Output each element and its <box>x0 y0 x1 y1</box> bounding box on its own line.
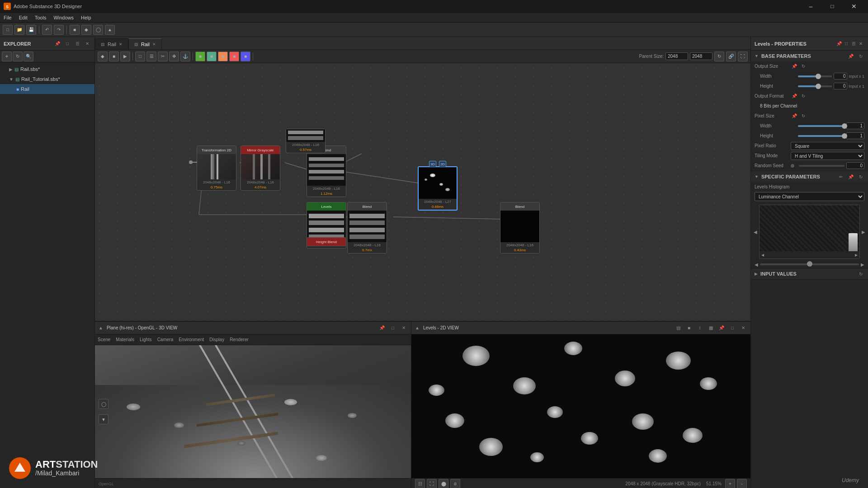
toolbar-redo[interactable]: ↷ <box>54 25 64 35</box>
specific-params-edit[interactable]: ✏ <box>837 173 844 180</box>
toolbar-open[interactable]: 📁 <box>14 25 24 35</box>
graph-tool-1[interactable]: ◆ <box>98 52 108 61</box>
node-blend-top[interactable]: Blend 2048x2048 - L16 1.12ms <box>307 145 346 197</box>
graph-tool-6[interactable]: ⚓ <box>180 52 190 61</box>
view2d-grid-btn[interactable]: ☷ <box>415 479 425 488</box>
specific-params-pin[interactable]: 📌 <box>847 173 854 180</box>
props-menu-btn[interactable]: ☰ <box>850 40 857 47</box>
view2d-close-btn[interactable]: ✕ <box>740 324 747 332</box>
explorer-menu[interactable]: ☰ <box>74 40 81 47</box>
view2d-pin-btn[interactable]: 📌 <box>718 324 725 332</box>
node-height-blend[interactable]: Height Blend <box>307 237 346 246</box>
output-width-slider[interactable] <box>798 75 832 77</box>
base-params-header[interactable]: ▼ BASE PARAMETERS 📌 ↻ <box>751 51 868 61</box>
pixel-height-input[interactable] <box>846 132 864 139</box>
view2d-zoom-fit[interactable]: ⛶ <box>427 479 437 488</box>
toolbar-btn5[interactable]: ◯ <box>93 25 103 35</box>
view2d-info-btn[interactable]: i <box>696 324 703 332</box>
toolbar-btn3[interactable]: ■ <box>70 25 80 35</box>
explorer-float[interactable]: □ <box>64 40 71 47</box>
view3d-ctrl-sphere[interactable]: ◯ <box>99 399 108 409</box>
pixel-width-slider[interactable] <box>798 125 844 127</box>
specific-params-header[interactable]: ▼ SPECIFIC PARAMETERS ✏ 📌 ↻ <box>751 171 868 182</box>
pixel-ratio-select[interactable]: Square <box>791 142 864 150</box>
view3d-content[interactable]: ◯ ▼ <box>95 345 411 478</box>
pixel-height-slider[interactable] <box>798 135 844 137</box>
hist-slider-left-arrow[interactable]: ◀ <box>755 262 758 267</box>
node-transformation2d[interactable]: Transformation 2D 2048x2048 - L16 0.75ms <box>197 145 236 191</box>
menu-edit[interactable]: Edit <box>19 15 28 20</box>
parent-size-width-select[interactable]: 2048 <box>665 52 688 60</box>
view2d-btn-2[interactable]: ■ <box>685 324 693 332</box>
graph-tool-cut[interactable]: ✂ <box>158 52 168 61</box>
hist-right-arrow[interactable]: ▶ <box>861 229 866 235</box>
output-format-pin[interactable]: 📌 <box>791 93 798 100</box>
graph-tool-c1[interactable]: ■ <box>195 52 205 61</box>
output-format-reset[interactable]: ↻ <box>800 93 807 100</box>
toolbar-new[interactable]: □ <box>3 25 13 35</box>
explorer-search-btn[interactable]: 🔍 <box>24 52 33 61</box>
view3d-close-btn[interactable]: ✕ <box>400 324 407 332</box>
graph-link-btn[interactable]: 🔗 <box>726 52 736 61</box>
props-float-btn[interactable]: □ <box>843 40 850 47</box>
output-size-pin[interactable]: 📌 <box>791 63 798 70</box>
explorer-item-rail-graph[interactable]: ■ Rail <box>0 84 94 94</box>
tab-close-2[interactable]: ✕ <box>152 42 156 47</box>
pixel-size-pin[interactable]: 📌 <box>791 113 798 120</box>
output-size-reset[interactable]: ↻ <box>800 63 807 70</box>
pixel-size-reset[interactable]: ↻ <box>800 113 807 120</box>
output-width-input[interactable] <box>834 73 847 80</box>
view3d-float-btn[interactable]: □ <box>389 324 396 332</box>
props-close-btn[interactable]: ✕ <box>857 40 864 47</box>
view2d-btn-1[interactable]: ▤ <box>675 324 682 332</box>
view3d-tab-display[interactable]: Display <box>209 337 224 342</box>
view2d-float-btn[interactable]: □ <box>729 324 736 332</box>
toolbar-btn6[interactable]: ▲ <box>105 25 115 35</box>
view2d-alpha-btn[interactable]: α <box>450 479 460 488</box>
random-seed-slider[interactable] <box>799 165 844 167</box>
view3d-tab-renderer[interactable]: Renderer <box>230 337 249 342</box>
parent-size-height-select[interactable]: 2048 <box>690 52 712 60</box>
view3d-tab-camera[interactable]: Camera <box>157 337 174 342</box>
view3d-tab-lights[interactable]: Lights <box>140 337 152 342</box>
node-top-output[interactable]: 2048x2048 - L16 0.57ms <box>286 129 326 153</box>
specific-params-reset[interactable]: ↻ <box>857 173 864 180</box>
hist-bottom-right-arrow[interactable]: ▶ <box>855 253 858 257</box>
view2d-content[interactable] <box>411 334 750 478</box>
toolbar-save[interactable]: 💾 <box>26 25 36 35</box>
graph-tool-c2[interactable]: ■ <box>207 52 217 61</box>
graph-tool-2[interactable]: ■ <box>109 52 119 61</box>
node-output[interactable]: 3D 2D 2048x2048 - L27 0.88ms <box>418 166 458 211</box>
output-height-slider[interactable] <box>798 85 832 87</box>
view3d-tab-materials[interactable]: Materials <box>116 337 134 342</box>
graph-tool-c4[interactable]: ■ <box>229 52 239 61</box>
graph-tool-align[interactable]: ☰ <box>146 52 156 61</box>
toolbar-undo[interactable]: ↶ <box>42 25 52 35</box>
graph-tool-camera[interactable]: ▶ <box>120 52 130 61</box>
hist-left-arrow[interactable]: ◀ <box>753 229 758 235</box>
hist-bottom-left-arrow[interactable]: ◀ <box>761 253 764 257</box>
tab-rail-2[interactable]: ▤ Rail ✕ <box>128 38 162 49</box>
hist-slider-right-arrow[interactable]: ▶ <box>861 262 864 267</box>
view3d-tab-environment[interactable]: Environment <box>179 337 204 342</box>
menu-tools[interactable]: Tools <box>35 15 47 20</box>
explorer-item-rail-tutorial[interactable]: ▼ ▤ Rail_Tutorial.sbs* <box>0 74 94 84</box>
input-values-header[interactable]: ▶ INPUT VALUES ↻ <box>751 268 868 279</box>
input-values-reset[interactable]: ↻ <box>857 270 864 277</box>
graph-canvas[interactable]: Transformation 2D 2048x2048 - L16 0.75ms <box>95 63 750 321</box>
graph-canvas-area[interactable]: Transformation 2D 2048x2048 - L16 0.75ms <box>95 63 750 321</box>
graph-tool-5[interactable]: ✥ <box>169 52 179 61</box>
levels-channel-select[interactable]: Luminance Channel <box>755 192 864 201</box>
node-blend-right[interactable]: Blend 2048x2048 - L16 0.43ms <box>500 202 540 253</box>
explorer-refresh-btn[interactable]: ↻ <box>13 52 23 61</box>
view3d-pin-btn[interactable]: 📌 <box>378 324 386 332</box>
view2d-zoom-out[interactable]: - <box>737 479 747 488</box>
close-button[interactable]: ✕ <box>844 0 864 13</box>
view3d-tab-scene[interactable]: Scene <box>98 337 110 342</box>
node-mirror-grayscale[interactable]: Mirror Grayscale 2048x2048 - L16 4.07ms <box>241 145 280 191</box>
graph-tool-c3[interactable]: ■ <box>218 52 228 61</box>
props-pin-btn[interactable]: 📌 <box>835 40 843 47</box>
graph-refresh-btn[interactable]: ↻ <box>714 52 724 61</box>
random-seed-input[interactable] <box>846 162 864 169</box>
menu-windows[interactable]: Windows <box>53 15 74 20</box>
